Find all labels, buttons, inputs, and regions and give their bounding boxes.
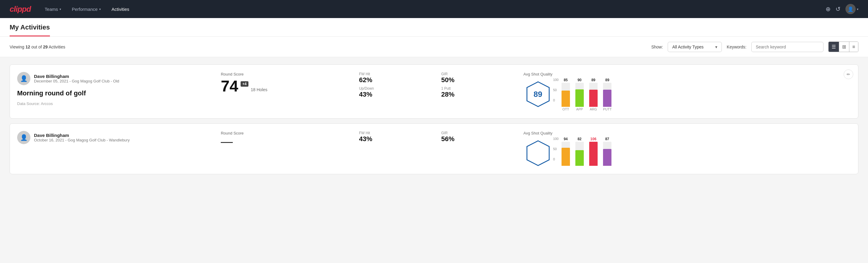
fw-hit-label: FW Hit bbox=[359, 131, 434, 135]
activity-type-select[interactable]: All Activity Types ▾ bbox=[668, 42, 722, 52]
search-input[interactable] bbox=[751, 42, 824, 52]
gir-value: 56% bbox=[441, 135, 516, 143]
bar-group-ott-2: 94 bbox=[561, 137, 570, 166]
date-course: October 16, 2021 - Gog Magog Golf Club -… bbox=[34, 138, 130, 142]
card-meta: Dave Billingham October 16, 2021 - Gog M… bbox=[34, 133, 130, 142]
gir-value: 50% bbox=[441, 76, 516, 84]
round-score-section: Round Score 74 +4 18 Holes bbox=[221, 72, 351, 94]
filter-bar: Viewing 12 out of 29 Activities Show: Al… bbox=[0, 37, 868, 57]
bar-chart-wrap: 100 50 0 85 OTT 90 bbox=[559, 72, 851, 111]
view-toggle-list[interactable]: ☰ bbox=[829, 42, 839, 52]
bar-group-arg-2: 106 bbox=[589, 137, 598, 166]
bar-value-ott: 85 bbox=[564, 78, 567, 82]
page-title: My Activities bbox=[10, 18, 50, 36]
card-left: 👤 Dave Billingham October 16, 2021 - Gog… bbox=[17, 131, 214, 144]
avg-shot-quality-label: Avg Shot Quality bbox=[523, 131, 553, 136]
bar-wrapper-putt-2 bbox=[603, 142, 612, 166]
select-chevron-icon: ▾ bbox=[715, 45, 717, 49]
user-avatar-button[interactable]: 👤 ▾ bbox=[845, 4, 858, 14]
score-number: 74 bbox=[221, 78, 238, 94]
refresh-icon[interactable]: ↺ bbox=[836, 5, 841, 12]
activity-card: ✏ 👤 Dave Billingham December 05, 2021 - … bbox=[10, 64, 858, 119]
brand-logo[interactable]: clippd bbox=[10, 4, 31, 14]
performance-chevron-icon: ▾ bbox=[99, 7, 101, 11]
bar-value-app-2: 82 bbox=[578, 137, 581, 141]
hex-container: 89 bbox=[525, 81, 552, 108]
activity-title: Morning round of golf bbox=[17, 89, 214, 97]
card-meta: Dave Billingham December 05, 2021 - Gog … bbox=[34, 74, 119, 83]
golfer-name: Dave Billingham bbox=[34, 133, 130, 138]
hexagon-wrap: Avg Shot Quality 89 bbox=[523, 72, 553, 108]
keywords-label: Keywords: bbox=[726, 45, 746, 49]
gir-stat: GIR 50% bbox=[441, 72, 516, 84]
bar-fill bbox=[561, 148, 570, 166]
bar-label-app: APP bbox=[576, 108, 583, 111]
bar-group-app: 90 APP bbox=[576, 78, 584, 111]
avatar: 👤 bbox=[17, 131, 30, 144]
bar-value-arg: 89 bbox=[591, 78, 595, 82]
up-down-stat: Up/Down 43% bbox=[359, 86, 434, 98]
bar-group-putt-2: 87 bbox=[603, 137, 612, 166]
view-toggle-grid[interactable]: ⊞ bbox=[839, 42, 849, 52]
card-top-row: 👤 Dave Billingham October 16, 2021 - Gog… bbox=[17, 131, 214, 144]
bar-wrapper-ott-2 bbox=[561, 142, 570, 166]
nav-item-activities[interactable]: Activities bbox=[107, 4, 133, 14]
round-score-label: Round Score bbox=[221, 72, 351, 77]
show-label: Show: bbox=[651, 45, 663, 49]
fw-hit-value: 43% bbox=[359, 135, 434, 143]
bar-label-putt: PUTT bbox=[603, 108, 612, 111]
bar-label-ott: OTT bbox=[562, 108, 569, 111]
bar-value-app: 90 bbox=[578, 78, 581, 82]
viewing-count-text: Viewing 12 out of 29 Activities bbox=[10, 45, 646, 49]
view-toggles: ☰ ⊞ ≡ bbox=[828, 41, 858, 52]
stats-grid: FW Hit 43% GIR 56% bbox=[359, 131, 517, 143]
y-axis: 100 50 0 bbox=[553, 78, 559, 102]
hex-wrap: Avg Shot Quality bbox=[523, 131, 553, 167]
bar-value-putt-2: 87 bbox=[605, 137, 609, 141]
bar-chart-wrap-2: 100 50 0 94 82 bbox=[559, 131, 851, 166]
data-source: Data Source: Arccos bbox=[17, 101, 214, 106]
round-score-label: Round Score bbox=[221, 131, 351, 136]
bar-wrapper-arg bbox=[589, 83, 598, 107]
compact-view-icon: ≡ bbox=[852, 44, 855, 50]
avg-shot-quality-label: Avg Shot Quality bbox=[523, 72, 553, 77]
bar-fill bbox=[589, 142, 598, 166]
stats-section: FW Hit 62% GIR 50% Up/Down 43% 1 Putt 28… bbox=[359, 72, 517, 98]
grid-view-icon: ⊞ bbox=[842, 44, 846, 50]
fw-hit-label: FW Hit bbox=[359, 72, 434, 76]
list-view-icon: ☰ bbox=[832, 44, 836, 50]
card-top-row: 👤 Dave Billingham December 05, 2021 - Go… bbox=[17, 72, 214, 85]
bar-value-putt: 89 bbox=[606, 78, 609, 82]
round-score-section: Round Score bbox=[221, 131, 351, 143]
nav-item-performance[interactable]: Performance ▾ bbox=[68, 4, 105, 14]
view-toggle-compact[interactable]: ≡ bbox=[849, 42, 858, 52]
add-circle-icon[interactable]: ⊕ bbox=[826, 5, 831, 12]
gir-stat: GIR 56% bbox=[441, 131, 516, 143]
nav-item-teams[interactable]: Teams ▾ bbox=[40, 4, 65, 14]
bar-value-arg-2: 106 bbox=[590, 137, 596, 141]
golfer-name: Dave Billingham bbox=[34, 74, 119, 79]
hex-svg bbox=[525, 140, 552, 167]
hex-container bbox=[525, 140, 552, 167]
bar-wrapper-putt bbox=[603, 83, 612, 107]
score-placeholder bbox=[221, 142, 233, 143]
shot-quality-section: Avg Shot Quality 100 50 0 bbox=[523, 131, 851, 167]
score-badge: +4 bbox=[241, 81, 248, 87]
one-putt-label: 1 Putt bbox=[441, 86, 516, 91]
bar-fill-arg bbox=[589, 90, 598, 107]
user-chevron-icon: ▾ bbox=[857, 7, 858, 11]
shot-quality-section: Avg Shot Quality 89 100 50 0 bbox=[523, 72, 851, 111]
avatar: 👤 bbox=[17, 72, 30, 85]
fw-hit-value: 62% bbox=[359, 76, 434, 84]
bar-group-arg: 89 ARG bbox=[589, 78, 598, 111]
bar-label-arg: ARG bbox=[590, 108, 597, 111]
bar-value-ott-2: 94 bbox=[564, 137, 567, 141]
bar-fill-ott bbox=[561, 91, 570, 107]
svg-marker-1 bbox=[527, 141, 549, 166]
navbar: clippd Teams ▾ Performance ▾ Activities … bbox=[0, 0, 868, 18]
bar-group-ott: 85 OTT bbox=[561, 78, 570, 111]
fw-hit-stat: FW Hit 62% bbox=[359, 72, 434, 84]
activity-card: 👤 Dave Billingham October 16, 2021 - Gog… bbox=[10, 123, 858, 174]
teams-chevron-icon: ▾ bbox=[60, 7, 61, 11]
bar-wrapper-app-2 bbox=[576, 142, 584, 166]
